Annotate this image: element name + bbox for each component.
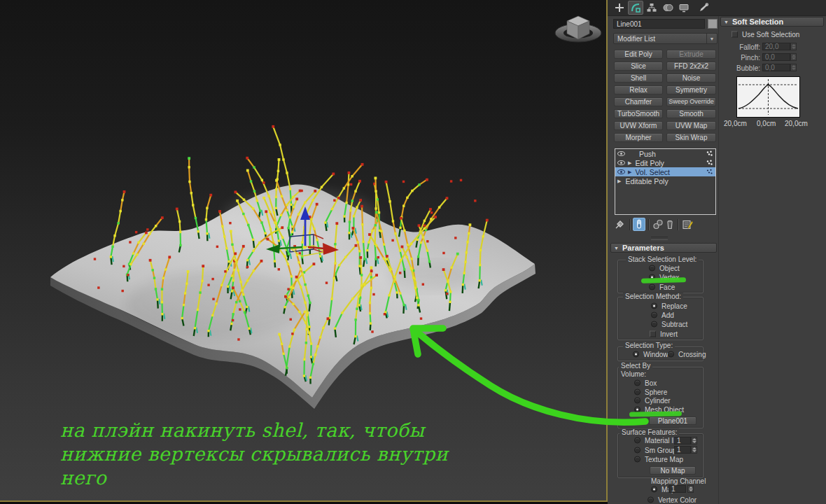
bubble-spinner[interactable] xyxy=(790,64,797,71)
expand-triangle-icon[interactable]: ▶ xyxy=(617,178,621,184)
checkbox-icon[interactable] xyxy=(732,31,738,38)
radio-subtract[interactable]: Subtract xyxy=(651,321,687,328)
tab-create[interactable] xyxy=(612,1,627,15)
radio-label: Window xyxy=(643,351,668,358)
viewport-3d[interactable]: на плэйн накинуть shel, так, чтобы нижни… xyxy=(0,0,608,502)
radio-icon[interactable] xyxy=(668,351,674,358)
material-id-field[interactable]: 1 xyxy=(674,437,691,444)
eye-icon[interactable] xyxy=(617,160,625,165)
radio-window[interactable]: Window xyxy=(633,351,668,358)
radio-object[interactable]: Object xyxy=(649,265,680,272)
radio-vertex-color[interactable]: Vertex Color xyxy=(648,496,696,504)
tab-hierarchy[interactable] xyxy=(644,1,659,15)
radio-sm-group[interactable]: Sm Group: xyxy=(634,447,678,454)
modbtn-ffd-2x2x2[interactable]: FFD 2x2x2 xyxy=(666,62,716,71)
modbtn-chamfer[interactable]: Chamfer xyxy=(614,97,663,106)
configure-modifier-sets-icon[interactable] xyxy=(682,218,693,231)
annotation-line-3: него xyxy=(60,466,448,490)
eye-icon[interactable] xyxy=(617,169,625,174)
falloff-label: Falloff: xyxy=(720,43,760,51)
modbtn-uvw-map[interactable]: UVW Map xyxy=(666,121,716,130)
falloff-curve xyxy=(737,77,799,117)
object-name-field[interactable] xyxy=(613,19,705,29)
map-channel-field[interactable]: 1 xyxy=(668,485,686,493)
stack-row-editable-poly[interactable]: ▶ Editable Poly xyxy=(615,176,715,186)
sm-group-spinner[interactable] xyxy=(691,446,697,454)
tab-motion[interactable] xyxy=(660,1,676,15)
panel-resize-grip[interactable] xyxy=(651,237,668,240)
tab-modify[interactable] xyxy=(628,1,643,15)
pinch-spinner[interactable] xyxy=(790,53,797,61)
radio-icon[interactable] xyxy=(634,438,640,444)
show-end-result-button[interactable] xyxy=(633,218,645,231)
expand-triangle-icon[interactable]: ▶ xyxy=(628,169,631,175)
radio-icon[interactable] xyxy=(634,398,640,404)
modbtn-uvw-xform[interactable]: UVW Xform xyxy=(614,121,663,130)
radio-icon[interactable] xyxy=(648,497,654,503)
radio-icon[interactable] xyxy=(649,265,655,272)
radio-icon[interactable] xyxy=(634,456,640,463)
radio-add[interactable]: Add xyxy=(651,312,674,319)
pinch-field[interactable]: 0,0 xyxy=(762,53,790,61)
modbtn-symmetry[interactable]: Symmetry xyxy=(666,85,716,94)
bubble-field[interactable]: 0,0 xyxy=(762,64,790,71)
falloff-field[interactable]: 20,0 xyxy=(762,43,790,50)
modbtn-edit-poly[interactable]: Edit Poly xyxy=(614,50,663,59)
map-channel-spinner[interactable] xyxy=(687,485,694,493)
command-panel: Modifier List ▼ Edit Poly Extrude Slice … xyxy=(608,0,826,504)
radio-crossing[interactable]: Crossing xyxy=(668,351,706,358)
checkbox-icon[interactable] xyxy=(650,331,656,337)
soft-selection-rollout-header[interactable]: ▼ Soft Selection xyxy=(720,17,824,27)
radio-icon[interactable] xyxy=(649,284,655,290)
modbtn-slice[interactable]: Slice xyxy=(614,62,663,71)
modbtn-shell[interactable]: Shell xyxy=(614,74,663,83)
stack-row-push[interactable]: Push xyxy=(615,149,715,158)
checkbox-use-soft-selection[interactable]: Use Soft Selection xyxy=(732,31,799,38)
object-color-swatch[interactable] xyxy=(708,19,718,29)
radio-face[interactable]: Face xyxy=(649,284,675,291)
modifier-list-dropdown[interactable]: Modifier List ▼ xyxy=(613,33,718,44)
radio-icon[interactable] xyxy=(634,389,640,396)
radio-icon[interactable] xyxy=(651,486,657,493)
radio-sphere[interactable]: Sphere xyxy=(634,388,667,396)
radio-icon[interactable] xyxy=(651,303,657,309)
radio-replace[interactable]: Replace xyxy=(651,302,687,310)
radio-icon[interactable] xyxy=(651,312,657,318)
expand-triangle-icon[interactable]: ▶ xyxy=(628,160,631,166)
remove-modifier-trash-icon[interactable] xyxy=(665,218,675,231)
stack-row-vol-select[interactable]: ▶ Vol. Select xyxy=(615,167,715,176)
modbtn-noise[interactable]: Noise xyxy=(666,74,716,83)
modifier-dots-icon xyxy=(705,169,713,176)
mesh-object-picker-button[interactable]: Plane001 xyxy=(649,416,696,425)
make-unique-icon[interactable] xyxy=(652,218,664,231)
falloff-spinner[interactable] xyxy=(790,43,797,50)
radio-icon[interactable] xyxy=(651,321,657,328)
modbtn-smooth[interactable]: Smooth xyxy=(666,109,716,118)
no-map-button[interactable]: No Map xyxy=(650,466,696,475)
material-id-spinner[interactable] xyxy=(691,437,697,444)
checkbox-invert[interactable]: Invert xyxy=(650,330,678,338)
checkbox-label: Invert xyxy=(660,330,678,338)
tab-display[interactable] xyxy=(676,1,692,15)
radio-cylinder[interactable]: Cylinder xyxy=(634,397,671,405)
modbtn-morpher[interactable]: Morpher xyxy=(614,133,663,142)
radio-texture-map[interactable]: Texture Map xyxy=(634,456,683,463)
tab-utilities[interactable] xyxy=(696,1,711,15)
radio-box[interactable]: Box xyxy=(634,379,657,387)
pin-stack-icon[interactable] xyxy=(614,218,625,231)
modbtn-sweep-override[interactable]: Sweep Override xyxy=(666,97,716,106)
annotation-text: на плэйн накинуть shel, так, чтобы нижни… xyxy=(60,419,448,490)
radio-icon[interactable] xyxy=(634,447,640,454)
modbtn-turbosmooth[interactable]: TurboSmooth xyxy=(614,109,663,118)
parameters-rollout-header[interactable]: ▼ Parameters xyxy=(610,243,717,253)
modbtn-relax[interactable]: Relax xyxy=(614,85,663,94)
stack-row-edit-poly[interactable]: ▶ Edit Poly xyxy=(615,158,715,167)
modbtn-skin-wrap[interactable]: Skin Wrap xyxy=(666,133,716,142)
sm-group-field[interactable]: 1 xyxy=(674,446,691,454)
viewcube-gizmo[interactable] xyxy=(555,16,601,42)
utilities-icon xyxy=(698,2,709,13)
modbtn-extrude[interactable]: Extrude xyxy=(666,50,716,59)
eye-icon[interactable] xyxy=(617,151,625,156)
radio-icon[interactable] xyxy=(634,380,640,386)
radio-icon[interactable] xyxy=(633,351,639,358)
